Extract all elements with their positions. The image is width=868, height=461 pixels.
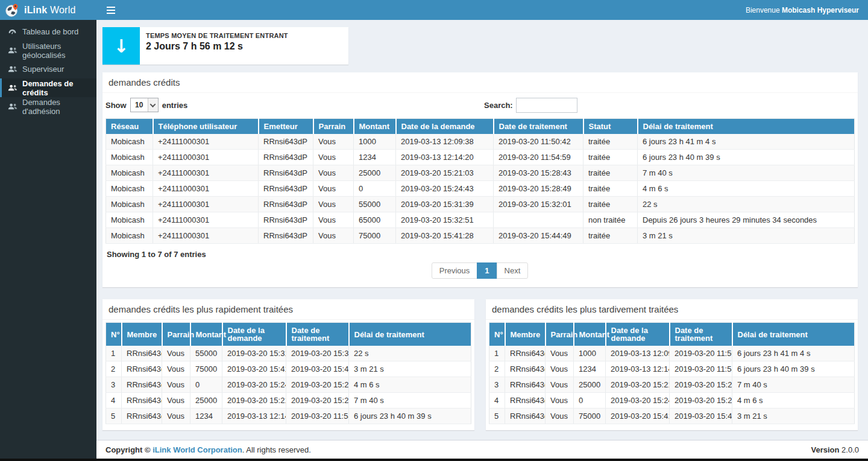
table-cell: 6 jours 23 h 41 m 4 s [732,346,855,361]
table-cell: Mobicash [106,150,153,165]
table-cell: 2019-03-20 11:50:42 [494,134,583,150]
table-cell: 1234 [354,150,396,165]
table-cell: 65000 [354,212,396,228]
table-cell: 2 [489,361,505,377]
table-cell: 2019-03-20 15:41:28 [222,361,286,377]
credits-table: Réseau Téléphone utilisateur Emetteur Pa… [105,118,855,244]
table-cell: 2019-03-20 15:31:39 [222,346,286,361]
column-header-telephone[interactable]: Téléphone utilisateur [153,119,259,135]
table-cell: Vous [162,346,190,361]
table-cell: Vous [313,228,354,244]
column-header-emetteur[interactable]: Emetteur [259,119,313,135]
table-cell: 2019-03-20 15:24:43 [222,377,286,393]
page-length-control: Show 10 entries [105,98,855,112]
table-cell: 55000 [190,346,222,361]
table-cell: 2019-03-20 15:28:43 [494,165,583,181]
column-header-date-demande[interactable]: Date de la demande [396,119,494,135]
column-header-parrain[interactable]: Parrain [313,119,354,135]
table-header-row: Réseau Téléphone utilisateur Emetteur Pa… [106,119,855,135]
table-row: 3RRnsi643dPVous250002019-03-20 15:21:032… [489,377,855,393]
column-header-date-traitement[interactable]: Date de traitement [494,119,583,135]
table-cell: 25000 [354,165,396,181]
brand-area[interactable]: iLink World [0,0,96,20]
table-cell: Vous [162,377,190,393]
table-cell: traitée [583,228,638,244]
table-cell: 6 jours 23 h 41 m 4 s [638,134,855,150]
users-icon [8,84,17,92]
table-cell: Vous [313,150,354,165]
table-cell: 2019-03-20 15:21:03 [606,377,670,393]
table-cell: 2019-03-20 15:32:01 [286,346,349,361]
table-cell: RRnsi643dP [259,165,313,181]
table-cell: 2019-03-20 15:28:43 [286,393,349,409]
table-cell: 6 jours 23 h 40 m 39 s [638,150,855,165]
table-cell: 2019-03-20 15:41:28 [606,409,670,424]
table-cell: Mobicash [106,134,153,150]
sidebar-item-utilisateurs-geolocalises[interactable]: Utilisateurs géolocalisés [0,41,96,60]
table-cell: +24111000301 [153,181,259,197]
table-cell: RRnsi643dP [122,377,162,393]
users-icon [8,46,17,55]
column-header-numero: N° [489,323,505,346]
page-length-select[interactable]: 10 [130,98,159,112]
column-header-statut[interactable]: Statut [583,119,638,135]
table-row: 5RRnsi643dPVous750002019-03-20 15:41:282… [489,409,855,424]
table-cell: 2019-03-20 15:24:43 [396,181,494,197]
sidebar-item-label: Superviseur [22,65,64,74]
table-cell: RRnsi643dP [505,393,546,409]
column-header-date-traitement: Date de traitement [670,323,732,346]
column-header-reseau[interactable]: Réseau [106,119,153,135]
sidebar-item-tableau-de-bord[interactable]: Tableau de bord [0,22,96,41]
column-header-parrain: Parrain [546,323,574,346]
table-cell: 2019-03-13 12:14:20 [222,409,286,424]
page-1-button[interactable]: 1 [477,262,497,279]
table-cell: traitée [583,134,638,150]
table-cell: 1 [106,346,122,361]
arrow-down-icon: ↓ [102,27,140,65]
table-cell: Vous [546,409,574,424]
table-cell: 2019-03-20 15:44:49 [286,361,349,377]
sidebar-item-superviseur[interactable]: Superviseur [0,60,96,78]
search-label: Search: [484,101,513,110]
table-cell: 75000 [190,361,222,377]
table-cell: 7 m 40 s [638,165,855,181]
table-cell: 2019-03-13 12:14:20 [606,361,670,377]
table-cell: RRnsi643dP [122,409,162,424]
table-cell: traitée [583,197,638,212]
table-cell: Vous [313,165,354,181]
table-cell: 25000 [574,377,606,393]
column-header-date-demande: Date de la demande [606,323,670,346]
table-cell [494,212,583,228]
table-cell: 2019-03-20 15:28:49 [286,377,349,393]
slowest-box: demandes crédits les plus tardivement tr… [486,299,858,430]
table-cell: 5 [489,409,505,424]
sidebar-item-demandes-adhesion[interactable]: Demandes d'adhésion [0,97,96,116]
table-cell: Vous [546,393,574,409]
next-page-button[interactable]: Next [497,262,529,279]
copyright-text: Copyright © iLink World Corporation. All… [105,445,311,454]
table-cell: 2019-03-20 15:31:39 [396,197,494,212]
sidebar-item-label: Utilisateurs géolocalisés [22,42,96,60]
sidebar-item-demandes-de-credits[interactable]: Demandes de crédits [0,78,96,97]
table-row: 3RRnsi643dPVous02019-03-20 15:24:432019-… [106,377,471,393]
table-row: 1RRnsi643dPVous10002019-03-13 12:09:3820… [489,346,855,361]
table-row: 2RRnsi643dPVous12342019-03-13 12:14:2020… [489,361,855,377]
company-link[interactable]: iLink World Corporation [153,445,242,454]
table-row: 4RRnsi643dPVous02019-03-20 15:24:432019-… [489,393,855,409]
search-control: Search: [484,98,577,113]
hamburger-icon[interactable] [105,4,116,16]
column-header-delai[interactable]: Délai de traitement [638,119,855,135]
table-cell: 3 m 21 s [732,409,855,424]
table-cell: Vous [162,409,190,424]
table-cell: Vous [162,393,190,409]
search-input[interactable] [516,98,577,113]
page-length-value: 10 [131,98,148,112]
previous-page-button[interactable]: Previous [432,262,478,279]
table-cell: 2019-03-13 12:09:38 [396,134,494,150]
column-header-montant[interactable]: Montant [354,119,396,135]
table-info: Showing 1 to 7 of 7 entries [107,250,855,259]
table-cell: 2019-03-20 15:21:03 [396,165,494,181]
table-cell: 4 m 6 s [349,377,471,393]
table-cell: Mobicash [106,212,153,228]
table-cell: 75000 [574,409,606,424]
